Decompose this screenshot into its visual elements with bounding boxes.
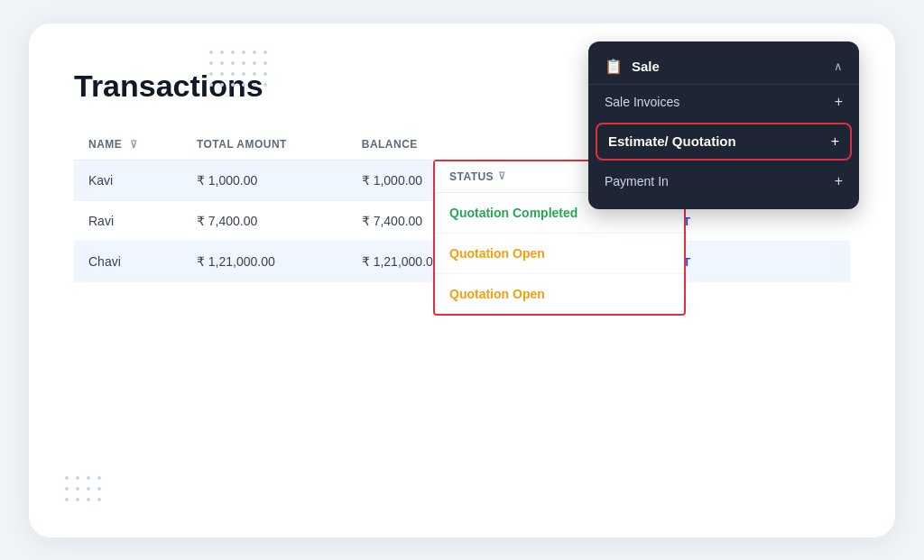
filter-icon-name[interactable]: ⊽ (130, 139, 137, 151)
col-total-amount: TOTAL AMOUNT (182, 129, 347, 161)
plus-icon-payment-in: + (835, 173, 843, 189)
estimate-quotation-label: Estimate/ Quotation (608, 133, 736, 149)
dropdown-item-payment-in[interactable]: Payment In + (588, 164, 859, 198)
status-row-open-1: Quotation Open (435, 234, 684, 274)
dot-decoration-bottom (65, 476, 101, 501)
dropdown-item-estimate-quotation[interactable]: Estimate/ Quotation + (596, 123, 852, 161)
cell-total-amount: ₹ 1,000.00 (182, 160, 347, 200)
cell-total-amount: ₹ 7,400.00 (182, 200, 347, 241)
sale-icon: 📋 (605, 58, 623, 75)
plus-icon-sale-invoices: + (835, 94, 843, 110)
cell-name: Kavi (74, 160, 182, 200)
plus-icon-estimate-quotation: + (831, 133, 839, 150)
sale-dropdown-menu: 📋 Sale ∧ Sale Invoices + Estimate/ Quota… (588, 41, 859, 209)
sale-invoices-label: Sale Invoices (605, 95, 679, 109)
cell-total-amount: ₹ 1,21,000.00 (182, 241, 347, 281)
main-card: 📋 Sale ∧ Sale Invoices + Estimate/ Quota… (29, 23, 895, 537)
cell-name: Ravi (74, 200, 182, 241)
dropdown-header: 📋 Sale ∧ (588, 52, 859, 85)
chevron-up-icon: ∧ (834, 60, 843, 73)
status-row-open-2: Quotation Open (435, 274, 684, 314)
dropdown-title: Sale (632, 59, 660, 74)
col-name: NAME ⊽ (74, 129, 182, 161)
cell-name: Chavi (74, 241, 182, 281)
col-balance: BALANCE (347, 129, 496, 161)
dropdown-header-left: 📋 Sale (605, 58, 660, 75)
filter-icon-status-overlay[interactable]: ⊽ (498, 170, 505, 182)
filter-icon-status[interactable]: ⊽ (562, 139, 569, 151)
dropdown-item-sale-invoices[interactable]: Sale Invoices + (588, 85, 859, 119)
payment-in-label: Payment In (605, 174, 669, 188)
